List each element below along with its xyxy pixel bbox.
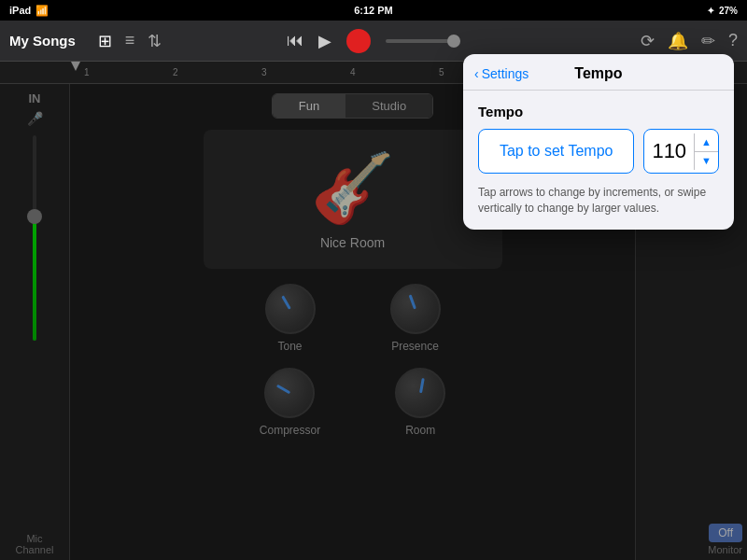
device-label: iPad: [9, 5, 31, 16]
bluetooth-icon: ✦: [707, 6, 714, 16]
wifi-icon: 📶: [35, 5, 49, 17]
time-display: 6:12 PM: [354, 5, 393, 16]
pencil-icon[interactable]: ✏: [701, 31, 715, 51]
play-button[interactable]: ▶: [318, 31, 331, 51]
stepper-arrows: ▲ ▼: [694, 133, 718, 170]
back-link-label: Settings: [482, 66, 529, 81]
mixer-icon[interactable]: ⇅: [148, 31, 162, 51]
list-view-icon[interactable]: ≡: [125, 31, 135, 50]
tempo-controls: Tap to set Tempo 110 ▲ ▼: [478, 129, 719, 174]
tempo-value-display: 110: [644, 139, 694, 163]
popup-title: Tempo: [574, 65, 622, 82]
track-view-icon[interactable]: ⊞: [98, 31, 112, 51]
help-icon[interactable]: ?: [728, 31, 738, 50]
loop-icon[interactable]: ⟳: [641, 31, 655, 51]
tempo-hint-text: Tap arrows to change by increments, or s…: [478, 185, 719, 217]
tempo-decrement-button[interactable]: ▼: [695, 152, 718, 170]
transport-controls: ⏮ ▶: [287, 29, 460, 53]
metronome-icon[interactable]: 🔔: [668, 31, 688, 51]
playhead-scrubber[interactable]: [386, 39, 460, 43]
back-chevron-icon: ‹: [474, 66, 479, 81]
battery-display: 27%: [719, 6, 738, 16]
popup-body: Tempo Tap to set Tempo 110 ▲ ▼ Tap arrow…: [463, 91, 734, 230]
tempo-section-label: Tempo: [478, 104, 719, 119]
my-songs-link[interactable]: My Songs: [9, 33, 76, 49]
right-icons: ⟳ 🔔 ✏ ?: [641, 31, 738, 51]
tempo-popup: ‹ Settings Tempo Tempo Tap to set Tempo …: [463, 54, 734, 230]
back-to-settings-link[interactable]: ‹ Settings: [474, 66, 529, 81]
popup-header: ‹ Settings Tempo: [463, 54, 734, 91]
status-bar: iPad 📶 6:12 PM ✦ 27%: [0, 0, 747, 21]
tempo-stepper: 110 ▲ ▼: [643, 129, 719, 174]
rewind-button[interactable]: ⏮: [287, 31, 303, 50]
tempo-increment-button[interactable]: ▲: [695, 133, 718, 152]
record-button[interactable]: [346, 29, 371, 53]
tap-tempo-button[interactable]: Tap to set Tempo: [478, 129, 634, 174]
